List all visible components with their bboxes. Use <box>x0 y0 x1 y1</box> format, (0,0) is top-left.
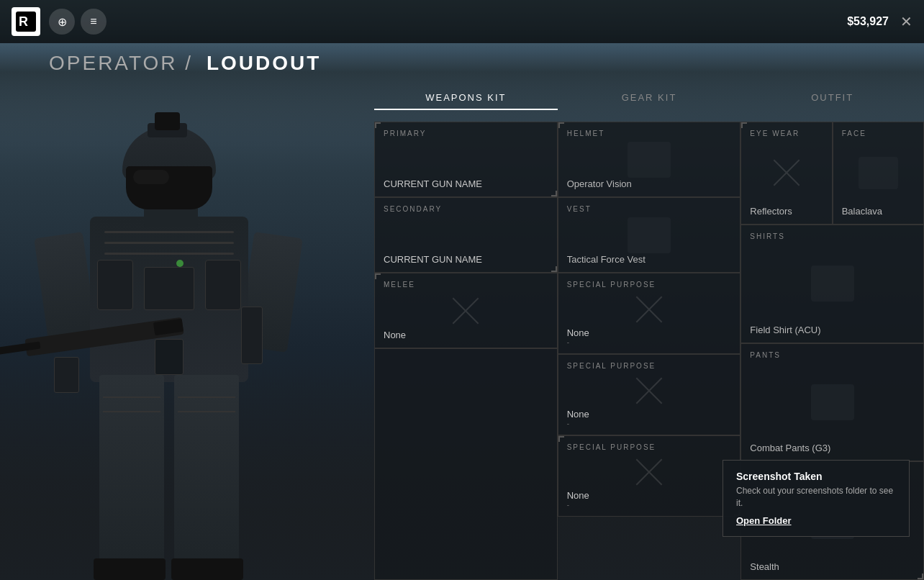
gear-kit-column: HELMET Operator Vision VEST Tactical For… <box>558 122 741 580</box>
eye-wear-value: Reflectors <box>750 206 823 217</box>
eye-wear-slot[interactable]: EYE WEAR Reflectors <box>740 122 832 225</box>
character-area <box>0 86 374 580</box>
topbar-icons: ⊕ ≡ <box>49 9 107 35</box>
left-boot <box>94 558 166 580</box>
special1-dash: - <box>567 338 732 346</box>
eye-wear-img <box>750 140 823 206</box>
menu-button[interactable]: ≡ <box>81 9 107 35</box>
page-title: OPERATOR / LOUDOUT <box>49 52 321 75</box>
vest-slot[interactable]: VEST Tactical Force Vest <box>558 197 741 273</box>
special2-label: SPECIAL PURPOSE <box>567 362 732 370</box>
melee-slot[interactable]: MELEE None <box>374 273 558 348</box>
special3-empty-icon <box>631 454 667 490</box>
helmet-label: HELMET <box>567 130 732 137</box>
balance-display: $53,927 <box>847 15 889 28</box>
special2-empty-icon <box>631 373 667 409</box>
face-img <box>842 140 915 206</box>
tab-gear-kit[interactable]: GEAR KIT <box>558 86 741 110</box>
melee-empty-icon <box>448 293 484 329</box>
special3-dash: - <box>567 501 732 509</box>
weapons-filler <box>374 348 558 580</box>
special3-img-area <box>567 454 732 490</box>
special1-slot[interactable]: SPECIAL PURPOSE None - <box>558 273 741 354</box>
eye-wear-icon <box>769 155 805 191</box>
page-prefix: OPERATOR / <box>49 52 193 74</box>
close-button[interactable]: ✕ <box>900 13 912 30</box>
screenshot-toast: Screenshot Taken Check out your screensh… <box>723 460 910 537</box>
eye-face-row: EYE WEAR Reflectors FACE Balaclava <box>740 122 924 225</box>
weapons-kit-column: PRIMARY CURRENT GUN NAME SECONDARY CURRE… <box>374 122 558 580</box>
special1-value: None <box>567 327 732 338</box>
topbar-right: $53,927 ✕ <box>847 13 912 30</box>
face-value: Balaclava <box>842 206 915 217</box>
tab-weapons-kit[interactable]: WEAPONS KIT <box>374 86 558 110</box>
special2-dash: - <box>567 420 732 427</box>
shirts-img <box>750 243 915 325</box>
character-model <box>22 105 331 580</box>
vest-value: Tactical Force Vest <box>567 254 732 265</box>
special3-value: None <box>567 490 732 501</box>
special1-empty-icon <box>631 291 667 327</box>
left-leg <box>99 375 164 569</box>
tabs-row: WEAPONS KIT GEAR KIT OUTFIT <box>374 86 924 119</box>
secondary-label: SECONDARY <box>384 205 548 213</box>
topbar: R ⊕ ≡ $53,927 ✕ <box>0 0 924 43</box>
eye-wear-label: EYE WEAR <box>750 130 823 137</box>
melee-value: None <box>384 330 548 340</box>
vest-img-area <box>567 216 732 254</box>
crosshair-button[interactable]: ⊕ <box>49 9 75 35</box>
pants-slot[interactable]: PANTS Combat Pants (G3) <box>740 343 924 462</box>
special1-img-area <box>567 291 732 327</box>
open-folder-button[interactable]: Open Folder <box>736 515 896 526</box>
primary-img-area <box>384 140 548 178</box>
equipment-indicator <box>176 260 184 267</box>
special2-value: None <box>567 409 732 420</box>
pants-label: PANTS <box>750 351 915 359</box>
primary-slot[interactable]: PRIMARY CURRENT GUN NAME <box>374 122 558 197</box>
pants-img <box>750 362 915 443</box>
pants-value: Combat Pants (G3) <box>750 443 915 453</box>
helmet-display <box>122 127 219 206</box>
roblox-logo[interactable]: R <box>12 7 40 36</box>
page-header: OPERATOR / LOUDOUT <box>49 52 321 75</box>
shirts-slot[interactable]: SHIRTS Field Shirt (ACU) <box>740 225 924 343</box>
shirts-label: SHIRTS <box>750 232 915 240</box>
melee-label: MELEE <box>384 281 548 289</box>
vest-label: VEST <box>567 205 732 213</box>
side-pouch-left <box>54 357 79 393</box>
special1-label: SPECIAL PURPOSE <box>567 281 732 289</box>
helmet-slot[interactable]: HELMET Operator Vision <box>558 122 741 197</box>
special2-img-area <box>567 373 732 409</box>
shirts-value: Field Shirt (ACU) <box>750 325 915 335</box>
melee-img-area <box>384 291 548 330</box>
right-boot <box>171 558 243 580</box>
secondary-slot[interactable]: SECONDARY CURRENT GUN NAME <box>374 197 558 273</box>
page-loudout-title: LOUDOUT <box>207 52 321 74</box>
special3-slot[interactable]: SPECIAL PURPOSE None - <box>558 435 741 517</box>
toast-desc: Check out your screenshots folder to see… <box>736 485 896 509</box>
primary-value-label: CURRENT GUN NAME <box>384 178 548 189</box>
right-leg <box>174 375 239 569</box>
primary-label: PRIMARY <box>384 130 548 137</box>
secondary-img-area <box>384 216 548 254</box>
secondary-value-label: CURRENT GUN NAME <box>384 254 548 265</box>
special2-slot[interactable]: SPECIAL PURPOSE None - <box>558 354 741 435</box>
tab-outfit[interactable]: OUTFIT <box>740 86 924 110</box>
svg-text:R: R <box>19 14 28 29</box>
special3-label: SPECIAL PURPOSE <box>567 443 732 451</box>
helmet-value: Operator Vision <box>567 178 732 189</box>
toast-title: Screenshot Taken <box>736 471 896 482</box>
face-label: FACE <box>842 130 915 137</box>
helmet-img-area <box>567 140 732 178</box>
side-pouch <box>241 307 263 364</box>
face-slot[interactable]: FACE Balaclava <box>833 122 924 225</box>
torso <box>90 217 248 382</box>
boots-value: Stealth <box>750 561 915 572</box>
